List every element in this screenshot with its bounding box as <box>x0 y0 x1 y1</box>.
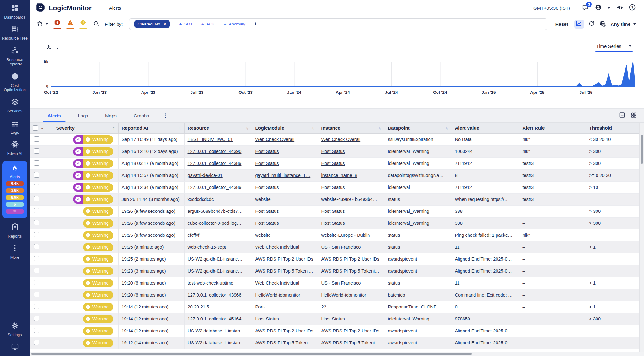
column-header-alert_value[interactable]: Alert Value <box>452 123 519 133</box>
instance-link[interactable]: 22 <box>321 304 326 309</box>
user-menu-caret-icon[interactable] <box>608 7 610 9</box>
tab-overflow-menu[interactable]: ⋮ <box>158 109 173 122</box>
cell-select[interactable] <box>30 193 53 205</box>
row-checkbox[interactable] <box>34 280 39 285</box>
column-header-reported[interactable]: Reported At↑↓ <box>118 123 184 133</box>
resource-link[interactable]: xxcdcdcdcdc <box>188 197 214 202</box>
sort-icon[interactable]: ↑↓ <box>446 126 448 130</box>
logicmodule-link[interactable]: Host Status <box>255 161 279 166</box>
cell-resource[interactable]: test-web-check-uptime <box>184 277 252 289</box>
row-checkbox[interactable] <box>34 196 39 201</box>
instance-link[interactable]: Web Check Overall <box>321 137 361 142</box>
logicmodule-link[interactable]: AWS RDS PI Top 5 Tokeniz… <box>255 268 316 274</box>
toggle-chart-button[interactable] <box>574 20 584 29</box>
sidebar-item-alerts[interactable]: Alerts 6.4k 3.8k 8.9k 6 31 <box>2 161 27 218</box>
cell-instance[interactable]: Host Status <box>318 205 385 217</box>
column-header-logicmodule[interactable]: LogicModule↑↓ <box>252 123 318 133</box>
cell-resource[interactable]: argus-5689bc4d7b-ctds7… <box>184 205 252 217</box>
instance-link[interactable]: Host Status <box>321 316 345 321</box>
instance-link[interactable]: AWS RDS PI Top 5 Tokeniz… <box>321 268 382 274</box>
cell-resource[interactable]: web-check-16-sept <box>184 241 252 253</box>
resource-link[interactable]: TEST_INDIV_IWC_01 <box>188 137 233 142</box>
row-checkbox[interactable] <box>34 328 39 333</box>
cell-logicmodule[interactable]: Host Status <box>252 217 318 229</box>
logicmodule-link[interactable]: website <box>255 197 271 202</box>
cell-instance[interactable]: Host Status <box>318 145 385 157</box>
add-filter-button[interactable]: + <box>254 21 257 27</box>
resource-link[interactable]: gayatri-device-01 <box>188 173 223 178</box>
time-range-selector[interactable]: Any time <box>611 21 636 27</box>
sort-icon[interactable]: ↑↓ <box>178 126 181 130</box>
cell-select[interactable] <box>30 205 53 217</box>
cell-select[interactable] <box>30 277 53 289</box>
cell-instance[interactable]: Host Status <box>318 181 385 193</box>
cell-select[interactable] <box>30 217 53 229</box>
vertical-scrollbar-thumb[interactable] <box>641 135 643 164</box>
column-header-alert_rule[interactable]: Alert Rule <box>519 123 586 133</box>
row-checkbox[interactable] <box>34 268 39 273</box>
cell-instance[interactable]: AWS RDS PI Top 5 Tokeniz… <box>318 337 385 349</box>
sort-icon[interactable]: ↑↓ <box>246 126 249 130</box>
resource-link[interactable]: cube-collector-0-pod-log… <box>188 221 242 226</box>
resource-link[interactable]: 20.20.21.5 <box>188 304 209 309</box>
sidebar-item-logs[interactable]: Logs <box>1 119 29 135</box>
select-all-checkbox[interactable] <box>33 125 38 131</box>
row-checkbox[interactable] <box>34 160 39 166</box>
user-menu-button[interactable] <box>595 4 602 12</box>
instance-link[interactable]: AWS RDS PI Top 5 Tokeniz… <box>321 340 382 345</box>
refresh-button[interactable] <box>588 20 595 28</box>
tab-logs[interactable]: Logs <box>69 109 97 122</box>
remove-filter-icon[interactable]: ✕ <box>163 22 167 26</box>
resource-link[interactable]: 127.0.0.1_collector_45164 <box>188 316 242 321</box>
cell-logicmodule[interactable]: Port- <box>252 301 318 313</box>
sidebar-item-resource-tree[interactable]: Resource Tree <box>1 25 29 41</box>
cell-logicmodule[interactable]: Web Check Overall <box>252 133 318 145</box>
sidebar-item-settings[interactable]: Settings <box>1 321 29 337</box>
cell-resource[interactable]: cube-collector-0-pod-log… <box>184 217 252 229</box>
resource-link[interactable]: 127.0.0.1_collector_44390 <box>188 149 242 154</box>
alert-count-badge-other[interactable]: 31 <box>6 209 24 214</box>
sort-icon[interactable]: ↑↓ <box>312 126 315 130</box>
cell-instance[interactable]: Host Status <box>318 157 385 169</box>
column-header-severity[interactable]: Severity↑ <box>53 123 118 133</box>
logicmodule-link[interactable]: HelloWorld-jobmonitor <box>255 292 300 297</box>
cell-resource[interactable]: 127.0.0.1_collector_43966 <box>184 289 252 301</box>
instance-link[interactable]: US - San Francisco <box>321 280 361 285</box>
cell-resource[interactable]: US-W2:qa-db-01-instanc… <box>184 265 252 277</box>
column-header-instance[interactable]: Instance↑↓ <box>318 123 385 133</box>
logicmodule-link[interactable]: Web Check Individual <box>255 280 299 285</box>
instance-link[interactable]: Host Status <box>321 221 345 226</box>
cell-select[interactable] <box>30 157 53 169</box>
report-view-icon[interactable] <box>619 112 625 120</box>
instance-link[interactable]: Host Status <box>321 161 345 166</box>
grid-view-icon[interactable] <box>630 112 637 120</box>
instance-link[interactable]: website-43989 - b5493b4… <box>321 197 377 202</box>
logicmodule-link[interactable]: gayatri_multi_instance_T… <box>255 173 311 178</box>
column-header-select[interactable]: ⌄ <box>30 123 53 133</box>
cell-instance[interactable]: AWS RDS PI Top 5 Tokeniz… <box>318 265 385 277</box>
tab-alerts[interactable]: Alerts <box>39 109 69 122</box>
logicmodule-link[interactable]: Web Check Individual <box>255 245 299 250</box>
cell-instance[interactable]: HelloWorld-jobmonitor <box>318 289 385 301</box>
instance-link[interactable]: US - San Francisco <box>321 245 361 250</box>
row-checkbox[interactable] <box>34 220 39 225</box>
filter-chip-cleared[interactable]: Cleared: No ✕ <box>134 20 171 28</box>
cell-logicmodule[interactable]: Host Status <box>252 157 318 169</box>
resource-link[interactable]: 127.0.0.1_collector_44389 <box>188 161 242 166</box>
cell-resource[interactable]: 20.20.21.5 <box>184 301 252 313</box>
logicmodule-link[interactable]: Host Status <box>255 316 279 321</box>
row-checkbox[interactable] <box>34 256 39 261</box>
reset-button[interactable]: Reset <box>555 21 568 27</box>
cell-logicmodule[interactable]: gayatri_multi_instance_T… <box>252 169 318 181</box>
resource-link[interactable]: US-W2:database-1-instan… <box>188 328 245 333</box>
saved-views-button[interactable] <box>36 20 48 28</box>
sidebar-item-reports[interactable]: Reports <box>1 223 29 239</box>
cell-resource[interactable]: TEST_INDIV_IWC_01 <box>184 133 252 145</box>
cell-select[interactable] <box>30 169 53 181</box>
row-checkbox[interactable] <box>34 208 39 213</box>
cell-select[interactable] <box>30 325 53 337</box>
resource-link[interactable]: argus-5689bc4d7b-ctds7… <box>188 209 243 214</box>
cell-select[interactable] <box>30 289 53 301</box>
row-checkbox[interactable] <box>34 292 39 297</box>
cell-instance[interactable]: 22 <box>318 301 385 313</box>
